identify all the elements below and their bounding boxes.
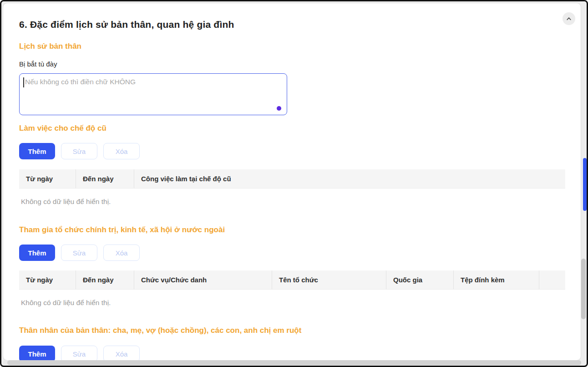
heading-relatives: Thân nhân của bản thân: cha, mẹ, vợ (hoặ… [19,326,565,336]
foreign-org-edit-button[interactable]: Sửa [61,245,97,261]
imprisonment-textarea[interactable] [19,73,287,115]
foreign-org-add-button[interactable]: Thêm [19,245,55,261]
old-regime-empty-state: Không có dữ liệu để hiển thị. [19,197,565,206]
chevron-up-icon [565,15,573,23]
column-header-attachment[interactable]: Tệp đính kèm [454,270,539,289]
heading-personal-history: Lịch sử bản thân [19,41,565,51]
old-regime-toolbar: Thêm Sửa Xóa [19,143,565,159]
horizontal-scrollbar-track[interactable] [3,360,581,365]
relatives-edit-button[interactable]: Sửa [61,346,97,361]
relatives-delete-button[interactable]: Xóa [103,346,140,361]
old-regime-table-header: Từ ngày Đến ngày Công việc làm tại chế đ… [19,169,565,189]
column-header-from-date[interactable]: Từ ngày [19,270,76,289]
vertical-scrollbar-thumb-blue[interactable] [583,158,587,211]
foreign-org-toolbar: Thêm Sửa Xóa [19,245,565,261]
heading-foreign-organizations: Tham gia tổ chức chính trị, kinh tế, xã … [19,225,565,235]
form-section-panel: 6. Đặc điểm lịch sử bản thân, quan hệ gi… [3,3,581,361]
foreign-org-empty-state: Không có dữ liệu để hiển thị. [19,298,565,307]
collapse-section-button[interactable] [563,12,575,25]
relatives-toolbar: Thêm Sửa Xóa [19,346,565,361]
vertical-scrollbar-thumb-gray[interactable] [581,259,586,319]
textarea-indicator-dot [277,106,281,111]
column-header-organization-name[interactable]: Tên tổ chức [272,270,386,289]
heading-old-regime-work: Làm việc cho chế độ cũ [19,123,565,133]
text-caret [23,77,24,87]
old-regime-add-button[interactable]: Thêm [19,143,55,159]
imprisonment-field-label: Bị bắt tù đày [19,60,565,69]
foreign-org-table-header: Từ ngày Đến ngày Chức vụ/Chức danh Tên t… [19,270,565,290]
page-title: 6. Đặc điểm lịch sử bản thân, quan hệ gi… [19,18,565,31]
column-header-to-date[interactable]: Đến ngày [76,169,134,188]
column-header-old-regime-job[interactable]: Công việc làm tại chế độ cũ [134,169,565,188]
column-header-from-date[interactable]: Từ ngày [19,169,76,188]
horizontal-scrollbar-thumb[interactable] [7,360,581,365]
window-frame: 6. Đặc điểm lịch sử bản thân, quan hệ gi… [0,0,588,367]
old-regime-delete-button[interactable]: Xóa [103,143,140,159]
column-header-to-date[interactable]: Đến ngày [76,270,134,289]
foreign-org-delete-button[interactable]: Xóa [103,245,140,261]
old-regime-edit-button[interactable]: Sửa [61,143,97,159]
relatives-add-button[interactable]: Thêm [19,346,55,361]
column-header-country[interactable]: Quốc gia [386,270,454,289]
column-header-empty-stub [539,270,565,289]
imprisonment-textarea-wrap [19,73,287,115]
column-header-position[interactable]: Chức vụ/Chức danh [134,270,272,289]
